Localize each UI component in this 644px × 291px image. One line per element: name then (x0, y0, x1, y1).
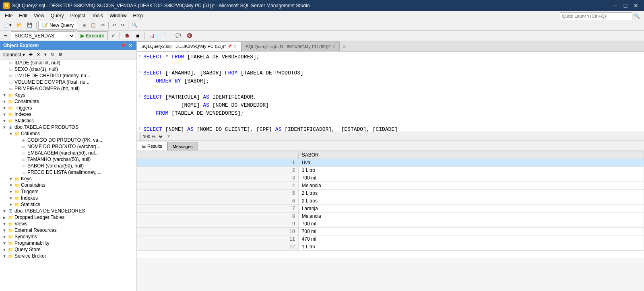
cut-button[interactable]: ✂ (99, 21, 107, 30)
tree-expand-icon[interactable]: ▼ (2, 209, 7, 213)
list-item[interactable]: ▭TAMANHO (varchar(50), null) (0, 156, 136, 163)
list-item[interactable]: ▼📁Statistics (0, 118, 136, 124)
list-item[interactable]: ▼📁Query Store (0, 246, 136, 253)
indent-button[interactable]: ⇥ (2, 31, 9, 40)
sql-editor[interactable]: ⊖ SELECT * FROM [TABELA DE VENDEDORES]; … (137, 52, 644, 132)
list-item[interactable]: ▼📁Statistics (0, 201, 136, 208)
list-item[interactable]: ▼📁Views (0, 221, 136, 227)
copy-button[interactable]: ⎘ (81, 21, 88, 30)
tree-expand-icon[interactable]: ▼ (2, 106, 7, 110)
list-item[interactable]: ▼📁Keys (0, 175, 136, 182)
list-item[interactable]: ◈CODIGO DO PRODUTO (PK, va... (0, 137, 136, 143)
table-row[interactable]: 62 Litros (137, 197, 644, 205)
new-file-button[interactable]: 📄▾ (2, 21, 14, 30)
oe-filter-button[interactable]: ▾ (43, 51, 48, 58)
database-selector[interactable]: SUCOS_VENDAS (11, 31, 75, 40)
table-row[interactable]: 10700 ml (137, 228, 644, 235)
oe-refresh-button[interactable]: ↻ (49, 51, 56, 58)
tab-sqlquery2[interactable]: SQLQuery2.sql - D...8K2V9Q\My PC (51))* … (137, 41, 241, 51)
table-row[interactable]: 1Uva (137, 159, 644, 167)
debug-button[interactable]: 🐞 (122, 31, 132, 40)
tree-expand-icon[interactable]: ▼ (8, 190, 14, 194)
table-row[interactable]: 3700 ml (137, 174, 644, 182)
table-row[interactable]: 21 Litro (137, 167, 644, 174)
list-item[interactable]: ▼📁Triggers (0, 188, 136, 195)
oe-new-button[interactable]: ✚ (27, 51, 34, 58)
list-item[interactable]: ▼📁Constraints (0, 182, 136, 188)
list-item[interactable]: ▭SABOR (varchar(50), null) (0, 163, 136, 169)
text-results-button[interactable]: 📄 (159, 31, 168, 40)
table-row[interactable]: 9700 ml (137, 220, 644, 228)
menu-query[interactable]: Query (47, 12, 67, 19)
tree-expand-icon[interactable]: ▼ (2, 93, 7, 97)
list-item[interactable]: ▭LIMITE DE CREDITO (money, nu... (0, 72, 136, 79)
tree-expand-icon[interactable]: ▼ (2, 228, 7, 233)
list-item[interactable]: ▭VOLUME DE COMPRA (float, nu... (0, 79, 136, 85)
list-item[interactable]: ▼📁External Resources (0, 227, 136, 233)
list-item[interactable]: ▭PRIMEIRA COMPRA (bit, null) (0, 85, 136, 92)
list-item[interactable]: ▼📁Constraints (0, 98, 136, 105)
menu-file[interactable]: File (2, 12, 16, 19)
tree-expand-icon[interactable]: ▼ (8, 196, 14, 200)
list-item[interactable]: ▼📁Programmability (0, 240, 136, 246)
list-item[interactable]: ▼📁Keys (0, 92, 136, 98)
maximize-button[interactable]: □ (621, 2, 630, 10)
col-sabor-header[interactable]: SABOR (298, 151, 644, 159)
tree-expand-icon[interactable]: ▶ (2, 215, 7, 220)
list-item[interactable]: ▭EMBALAGEM (varchar(50), nul... (0, 150, 136, 156)
tree-expand-icon[interactable]: ▼ (8, 202, 14, 207)
panel-pin-button[interactable]: 📌 (119, 43, 127, 48)
save-button[interactable]: 💾 (25, 21, 35, 30)
list-item[interactable]: ▼📁Indexes (0, 111, 136, 118)
tree-expand-icon[interactable]: ▼ (2, 222, 7, 226)
list-item[interactable]: ▼📁Triggers (0, 105, 136, 111)
tree-expand-icon[interactable]: ▼ (8, 183, 14, 188)
tree-expand-icon[interactable]: ▼ (2, 125, 7, 130)
open-button[interactable]: 📂 (14, 21, 24, 30)
list-item[interactable]: ▭SEXO (char(1), null) (0, 66, 136, 72)
redo-button[interactable]: ↪ (119, 21, 126, 30)
menu-window[interactable]: Window (106, 12, 130, 19)
panel-close-button[interactable]: ✕ (128, 43, 133, 48)
tree-expand-icon[interactable]: ▼ (2, 241, 7, 246)
tree-expand-icon[interactable]: ▼ (2, 235, 7, 239)
fold-icon-3[interactable]: ⊖ (138, 69, 142, 77)
list-item[interactable]: ▼📁Service Broker (0, 253, 136, 259)
menu-view[interactable]: View (31, 12, 47, 19)
results-button[interactable]: 📊 (147, 31, 157, 40)
search-button[interactable]: 🔍 (130, 21, 140, 30)
menu-project[interactable]: Project (67, 12, 89, 19)
minimize-button[interactable]: ─ (610, 2, 620, 10)
undo-button[interactable]: ↩ (110, 21, 118, 30)
tree-expand-icon[interactable]: ▼ (2, 248, 7, 252)
list-item[interactable]: ▭NOME DO PRODUTO (varchar(... (0, 143, 136, 150)
menu-edit[interactable]: Edit (16, 12, 31, 19)
table-row[interactable]: 52 Litros (137, 190, 644, 197)
zoom-selector[interactable]: 100 % 75 % 125 % 150 % (140, 133, 164, 140)
oe-options-button[interactable]: ⚙ (57, 51, 64, 58)
tab-close-icon[interactable]: ✕ (233, 44, 237, 49)
list-item[interactable]: ▼📁Synonyms (0, 233, 136, 240)
tree-expand-icon[interactable]: ▼ (2, 99, 7, 104)
fold-icon-6[interactable]: ⊖ (138, 93, 142, 101)
check-button[interactable]: ✓ (109, 31, 117, 40)
list-item[interactable]: ▼⊞dbo.TABELA DE PRODUTOS (0, 124, 136, 130)
list-item[interactable]: ▼⊞dbo.TABELA DE VENDEDORES (0, 208, 136, 214)
table-row[interactable]: 4Melancia (137, 182, 644, 190)
tree-expand-icon[interactable]: ▼ (2, 112, 7, 117)
list-item[interactable]: ▶📁Dropped Ledger Tables (0, 214, 136, 221)
paste-button[interactable]: 📋 (89, 21, 98, 30)
menu-help[interactable]: Help (130, 12, 147, 19)
oe-connect-button[interactable]: Connect ▾ (2, 51, 27, 58)
menu-tools[interactable]: Tools (89, 12, 106, 19)
list-item[interactable]: ▭IDADE (smallint, null) (0, 60, 136, 66)
new-query-button[interactable]: 📝 New Query (38, 21, 77, 30)
uncomment-button[interactable]: 🔇 (185, 31, 194, 40)
list-item[interactable]: ▭PRECO DE LISTA (smallmoney, ... (0, 169, 136, 175)
list-item[interactable]: ▼📁Columns (0, 130, 136, 137)
results-tab-results[interactable]: ⊞ Results (137, 142, 167, 151)
quick-launch-input[interactable] (560, 12, 632, 20)
tab-sqlquery1[interactable]: SQLQuery1.sql - D...8K2V9Q\My PC (69))* … (241, 41, 339, 51)
execute-button[interactable]: ▶ Execute (77, 31, 108, 40)
table-row[interactable]: 121 Litro (137, 243, 644, 251)
